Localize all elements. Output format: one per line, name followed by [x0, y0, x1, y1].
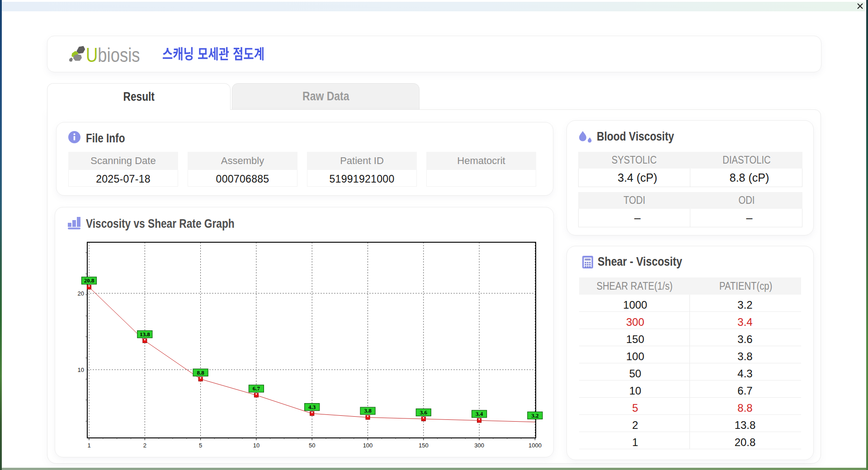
svg-text:3.4: 3.4	[476, 410, 483, 417]
svg-text:3.8: 3.8	[364, 407, 372, 414]
svg-text:100: 100	[363, 442, 373, 449]
svg-text:300: 300	[474, 442, 484, 449]
svg-text:10: 10	[78, 367, 84, 373]
svg-text:150: 150	[419, 442, 429, 449]
svg-text:6.7: 6.7	[253, 385, 260, 392]
svg-text:3.2: 3.2	[531, 412, 538, 419]
svg-text:10: 10	[253, 442, 259, 449]
svg-text:1: 1	[87, 442, 90, 449]
svg-text:20: 20	[78, 290, 84, 297]
svg-text:20.8: 20.8	[84, 277, 94, 284]
svg-text:8.8: 8.8	[197, 369, 204, 376]
svg-text:50: 50	[309, 442, 315, 449]
svg-text:1000: 1000	[528, 442, 542, 449]
svg-text:2: 2	[143, 442, 146, 449]
svg-text:4.3: 4.3	[308, 404, 316, 410]
svg-text:13.8: 13.8	[140, 331, 150, 338]
svg-text:3.6: 3.6	[420, 409, 428, 416]
svg-text:5: 5	[199, 442, 202, 449]
